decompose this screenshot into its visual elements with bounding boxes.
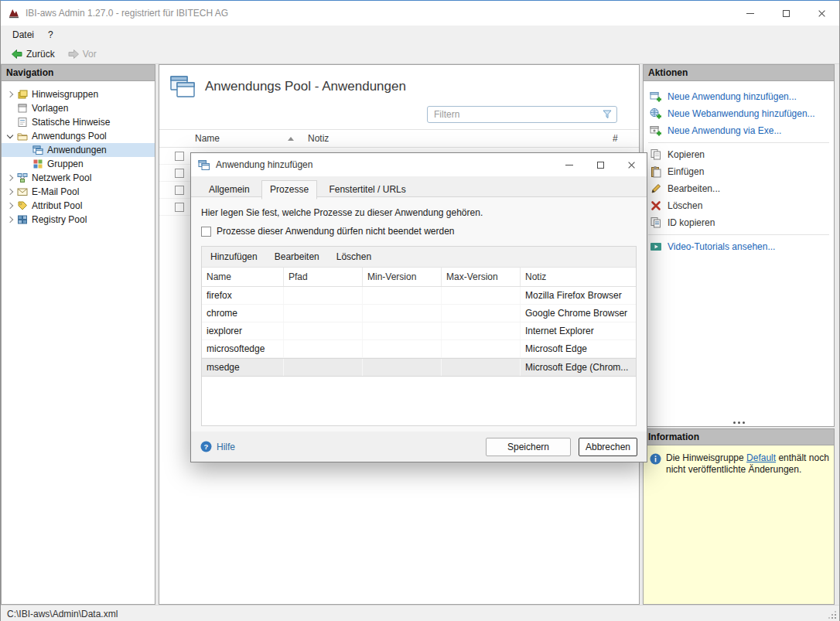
cell-notiz: Internet Explorer (521, 322, 636, 340)
nav-item-registry-pool[interactable]: Registry Pool (2, 213, 155, 227)
resize-grip[interactable] (828, 611, 836, 619)
separator (648, 234, 829, 235)
hinweisgruppen-icon (17, 89, 29, 100)
nav-item-email-pool[interactable]: E-Mail Pool (2, 185, 155, 199)
column-header-pfad[interactable]: Pfad (284, 268, 363, 286)
chevron-right-icon[interactable] (5, 214, 15, 225)
no-terminate-checkbox-label: Prozesse dieser Anwendung dürfen nicht b… (217, 226, 455, 237)
add-process-button[interactable]: Hinzufügen (202, 247, 266, 266)
filter-funnel-icon[interactable] (602, 109, 613, 120)
filter-input[interactable] (428, 107, 602, 121)
navigation-panel: Navigation Hinweisgruppen Vorlagen Stati… (1, 64, 155, 605)
cell-name: iexplorer (202, 322, 284, 340)
cell-max-version (442, 322, 521, 340)
row-checkbox[interactable] (175, 152, 184, 161)
window-controls (732, 1, 839, 26)
nav-item-anwendungs-pool[interactable]: Anwendungs Pool (2, 129, 155, 143)
chevron-right-icon[interactable] (5, 89, 15, 100)
tab-prozesse[interactable]: Prozesse (261, 180, 317, 200)
close-button[interactable] (804, 1, 839, 26)
action-label: Neue Anwendung via Exe... (668, 125, 781, 136)
column-header-count[interactable]: # (605, 133, 639, 144)
back-button[interactable]: Zurück (5, 46, 60, 62)
nav-item-netzwerk-pool[interactable]: Netzwerk Pool (2, 171, 155, 185)
dialog-titlebar[interactable]: Anwendung hinzufügen (191, 153, 647, 176)
action-kopieren[interactable]: Kopieren (644, 146, 834, 163)
action-label: Neue Webanwendung hinzufügen... (668, 108, 815, 119)
nav-item-statische-hinweise[interactable]: Statische Hinweise (2, 115, 155, 129)
edit-process-button[interactable]: Bearbeiten (266, 247, 328, 266)
actions-panel-header: Aktionen (644, 65, 834, 81)
column-header-notiz[interactable]: Notiz (303, 133, 605, 144)
chevron-right-icon[interactable] (5, 186, 15, 197)
action-video-tutorials[interactable]: Video-Tutorials ansehen... (644, 238, 834, 255)
action-neue-anwendung-via-exe[interactable]: Neue Anwendung via Exe... (644, 122, 834, 139)
chevron-right-icon[interactable] (5, 200, 15, 211)
close-icon (818, 9, 826, 18)
tab-allgemein[interactable]: Allgemein (200, 180, 258, 200)
no-terminate-checkbox-row[interactable]: Prozesse dieser Anwendung dürfen nicht b… (201, 226, 637, 237)
tab-fenstertitel-urls[interactable]: Fenstertitel / URLs (320, 180, 414, 200)
cell-pfad (284, 322, 363, 340)
nav-item-label: Statische Hinweise (32, 117, 110, 128)
menu-datei[interactable]: Datei (5, 27, 41, 43)
delete-process-button[interactable]: Löschen (328, 247, 380, 266)
nav-item-anwendungen[interactable]: Anwendungen (2, 143, 155, 157)
help-link[interactable]: ? Hilfe (200, 441, 235, 452)
vorlagen-icon (17, 103, 29, 114)
anwendungs-pool-icon (17, 131, 29, 142)
process-table-toolbar: Hinzufügen Bearbeiten Löschen (202, 247, 636, 268)
action-bearbeiten[interactable]: Bearbeiten... (644, 180, 834, 197)
save-button[interactable]: Speichern (486, 438, 571, 456)
row-checkbox[interactable] (175, 186, 184, 195)
action-loeschen[interactable]: Löschen (644, 197, 834, 214)
information-panel: Information Die Hinweisgruppe Default en… (643, 428, 835, 605)
action-id-kopieren[interactable]: ID kopieren (644, 214, 834, 231)
chevron-down-icon[interactable] (5, 131, 15, 142)
forward-button[interactable]: Vor (62, 46, 102, 62)
app-window: IBI-aws Admin 1.27.0 - registriert für I… (0, 0, 840, 621)
table-row-iexplorer[interactable]: iexplorer Internet Explorer (202, 322, 636, 340)
nav-item-hinweisgruppen[interactable]: Hinweisgruppen (2, 87, 155, 101)
action-label: Video-Tutorials ansehen... (668, 241, 775, 252)
column-header-max-version[interactable]: Max-Version (442, 268, 521, 286)
table-row-msedge[interactable]: msedge Microsoft Edge (Chrom... (202, 358, 636, 377)
main-header: Anwendungs Pool - Anwendungen (159, 65, 639, 101)
statische-hinweise-icon (17, 117, 29, 128)
chevron-right-icon[interactable] (5, 172, 15, 183)
add-application-exe-icon (650, 125, 662, 137)
nav-item-label: Gruppen (47, 159, 84, 169)
default-group-link[interactable]: Default (746, 452, 776, 463)
cancel-button[interactable]: Abbrechen (579, 438, 637, 456)
cell-max-version (442, 359, 521, 376)
back-button-label: Zurück (26, 49, 55, 60)
add-web-application-icon (650, 107, 662, 120)
minimize-button[interactable] (732, 1, 768, 26)
nav-item-attribut-pool[interactable]: Attribut Pool (2, 199, 155, 213)
menu-help[interactable]: ? (41, 27, 60, 43)
video-tutorials-icon (650, 241, 662, 253)
dialog-maximize-button[interactable] (585, 153, 616, 176)
cell-name: firefox (202, 287, 284, 304)
table-row-firefox[interactable]: firefox Mozilla Firefox Browser (202, 287, 636, 305)
column-header-name[interactable]: Name (179, 133, 303, 144)
row-checkbox[interactable] (175, 169, 184, 178)
row-checkbox[interactable] (175, 203, 184, 212)
dialog-minimize-button[interactable] (554, 153, 585, 176)
dialog-close-button[interactable] (616, 153, 647, 176)
column-header-name[interactable]: Name (202, 268, 284, 286)
nav-item-vorlagen[interactable]: Vorlagen (2, 101, 155, 115)
cell-min-version (363, 359, 442, 376)
action-neue-anwendung-hinzufuegen[interactable]: Neue Anwendung hinzufügen... (644, 88, 834, 105)
cell-min-version (363, 340, 442, 357)
table-row-chrome[interactable]: chrome Google Chrome Browser (202, 305, 636, 322)
maximize-button[interactable] (768, 1, 804, 26)
action-einfuegen[interactable]: Einfügen (644, 163, 834, 180)
action-label: Neue Anwendung hinzufügen... (668, 91, 797, 102)
column-header-notiz[interactable]: Notiz (521, 268, 636, 286)
no-terminate-checkbox[interactable] (201, 227, 211, 237)
action-neue-webanwendung-hinzufuegen[interactable]: Neue Webanwendung hinzufügen... (644, 105, 834, 122)
nav-item-gruppen[interactable]: Gruppen (2, 157, 155, 171)
table-row-microsoftedge[interactable]: microsoftedge Microsoft Edge (202, 340, 636, 358)
column-header-min-version[interactable]: Min-Version (363, 268, 442, 286)
